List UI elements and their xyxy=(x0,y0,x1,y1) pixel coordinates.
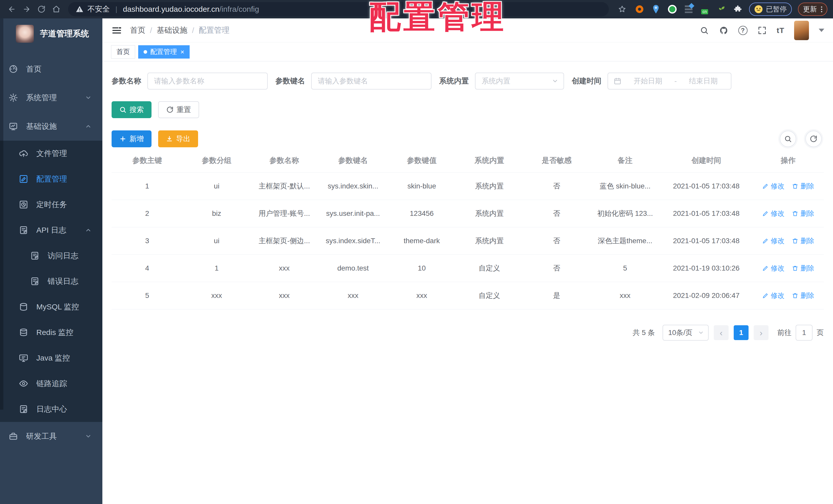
sidebar-item-dev-tools[interactable]: 研发工具 xyxy=(0,422,102,451)
edit-link[interactable]: 修改 xyxy=(762,209,785,218)
edit-link[interactable]: 修改 xyxy=(762,291,785,300)
sidebar-collapse-button[interactable] xyxy=(111,25,122,36)
help-button[interactable]: ? xyxy=(738,26,747,35)
reset-button-label: 重置 xyxy=(176,105,191,115)
tab-config[interactable]: 配置管理 × xyxy=(138,45,190,58)
sidebar-item-label: 研发工具 xyxy=(26,431,57,442)
sidebar-item-label: API 日志 xyxy=(36,225,66,235)
cell-created: 2021-01-05 17:03:48 xyxy=(660,200,753,227)
fullscreen-button[interactable] xyxy=(757,26,767,35)
user-menu-caret-icon[interactable] xyxy=(819,29,824,32)
sidebar-item-config[interactable]: 配置管理 xyxy=(0,166,102,192)
sidebar-item-log-center[interactable]: 日志中心 xyxy=(0,396,102,422)
cell-sensitive: 是 xyxy=(523,282,590,309)
sidebar-item-tracing[interactable]: 链路追踪 xyxy=(0,371,102,396)
toolbox-icon xyxy=(9,432,18,441)
cell-sensitive: 否 xyxy=(523,200,590,227)
edit-link[interactable]: 修改 xyxy=(762,263,785,273)
delete-link[interactable]: 删除 xyxy=(792,236,814,246)
edit-link[interactable]: 修改 xyxy=(762,236,785,246)
cell-remark: 初始化密码 123... xyxy=(590,200,660,227)
extension-green-circle-icon[interactable] xyxy=(667,4,677,14)
breadcrumb-infra[interactable]: 基础设施 xyxy=(157,25,187,35)
breadcrumb-separator: / xyxy=(150,26,152,35)
address-bar[interactable]: 不安全 | dashboard.yudao.iocoder.cn/infra/c… xyxy=(68,2,609,16)
sidebar-item-access-log[interactable]: 访问日志 xyxy=(0,243,102,269)
table-row: 2 biz 用户管理-账号... sys.user.init-pa... 123… xyxy=(112,200,824,227)
filter-label: 创建时间 xyxy=(572,76,601,86)
tab-close-icon[interactable]: × xyxy=(181,49,184,55)
page-size-select[interactable]: 10条/页 xyxy=(663,325,709,341)
col-param-id: 参数主键 xyxy=(112,149,183,173)
delete-link[interactable]: 删除 xyxy=(792,209,814,218)
prev-page-button[interactable]: ‹ xyxy=(714,325,729,340)
paused-extension-badge[interactable]: 已暂停 xyxy=(749,3,792,16)
breadcrumb-home[interactable]: 首页 xyxy=(130,25,145,35)
sidebar-item-error-log[interactable]: 错误日志 xyxy=(0,269,102,294)
col-param-name: 参数名称 xyxy=(251,149,318,173)
param-key-input[interactable] xyxy=(311,73,431,90)
sidebar-item-system[interactable]: 系统管理 xyxy=(0,83,102,112)
extension-blue-pin-icon[interactable] xyxy=(651,4,661,14)
cell-sensitive: 否 xyxy=(523,227,590,255)
header-search-button[interactable] xyxy=(699,26,709,35)
cell-id: 4 xyxy=(112,255,183,282)
log-document-icon xyxy=(30,251,40,260)
font-size-button[interactable]: tT xyxy=(777,26,784,35)
sidebar-item-job[interactable]: 定时任务 xyxy=(0,192,102,217)
sidebar-logo-row[interactable]: 芋道管理系统 xyxy=(0,19,102,49)
param-name-input[interactable] xyxy=(147,73,268,90)
edit-link[interactable]: 修改 xyxy=(762,181,785,191)
cloud-upload-icon xyxy=(19,149,28,158)
browser-update-button[interactable]: 更新 xyxy=(798,3,827,16)
extension-puzzle-icon[interactable] xyxy=(733,4,743,14)
sidebar-item-infra[interactable]: 基础设施 xyxy=(0,112,102,141)
sidebar-item-label: 首页 xyxy=(26,64,42,74)
next-page-button[interactable]: › xyxy=(754,325,768,340)
builtin-select[interactable]: 系统内置 xyxy=(475,73,564,90)
col-param-key: 参数键名 xyxy=(318,149,388,173)
browser-home-button[interactable] xyxy=(50,3,63,15)
sidebar-item-redis[interactable]: Redis 监控 xyxy=(0,320,102,345)
col-builtin: 系统内置 xyxy=(455,149,523,173)
search-button[interactable]: 搜索 xyxy=(112,101,151,118)
browser-refresh-button[interactable] xyxy=(35,3,48,15)
bookmark-star-button[interactable] xyxy=(616,3,628,15)
tab-home[interactable]: 首页 xyxy=(111,45,135,58)
sidebar-item-api-log[interactable]: API 日志 xyxy=(0,217,102,243)
browser-back-button[interactable] xyxy=(6,3,18,15)
refresh-table-button[interactable] xyxy=(805,131,822,147)
reset-refresh-icon xyxy=(166,106,173,113)
refresh-icon xyxy=(38,5,46,13)
date-range-picker[interactable]: 开始日期 - 结束日期 xyxy=(608,73,731,90)
add-button[interactable]: 新增 xyxy=(112,130,151,147)
sidebar-item-file[interactable]: 文件管理 xyxy=(0,141,102,166)
delete-link[interactable]: 删除 xyxy=(792,181,814,191)
browser-menu-kebab-icon[interactable] xyxy=(821,6,822,12)
table-row: 3 ui 主框架页-侧边... sys.index.sideT... theme… xyxy=(112,227,824,255)
reset-button[interactable]: 重置 xyxy=(158,101,199,118)
delete-link[interactable]: 删除 xyxy=(792,291,814,300)
cell-id: 2 xyxy=(112,200,183,227)
extension-orange-donut-icon[interactable] xyxy=(635,4,645,14)
app-window: 芋道管理系统 首页 系统管理 基础设施 xyxy=(0,19,833,504)
sidebar-item-label: MySQL 监控 xyxy=(36,302,79,312)
toggle-search-button[interactable] xyxy=(780,131,796,147)
github-link-button[interactable] xyxy=(719,26,729,35)
extension-cn-translate-icon[interactable]: cn xyxy=(700,4,710,14)
browser-forward-button[interactable] xyxy=(21,3,33,15)
extension-sprout-icon[interactable] xyxy=(716,4,727,14)
delete-link[interactable]: 删除 xyxy=(792,263,814,273)
smiley-emoji-icon xyxy=(754,5,763,14)
sidebar-item-home[interactable]: 首页 xyxy=(0,55,102,83)
extension-grid-icon[interactable] xyxy=(684,4,694,14)
current-page-button[interactable]: 1 xyxy=(734,325,748,340)
cell-id: 5 xyxy=(112,282,183,309)
sidebar-item-mysql[interactable]: MySQL 监控 xyxy=(0,294,102,320)
sidebar-item-java[interactable]: Java 监控 xyxy=(0,345,102,371)
filter-param-name: 参数名称 xyxy=(112,73,268,90)
user-avatar[interactable] xyxy=(794,21,809,40)
filter-label: 参数名称 xyxy=(112,76,141,86)
goto-page-input[interactable] xyxy=(795,325,812,341)
export-button[interactable]: 导出 xyxy=(158,130,198,147)
